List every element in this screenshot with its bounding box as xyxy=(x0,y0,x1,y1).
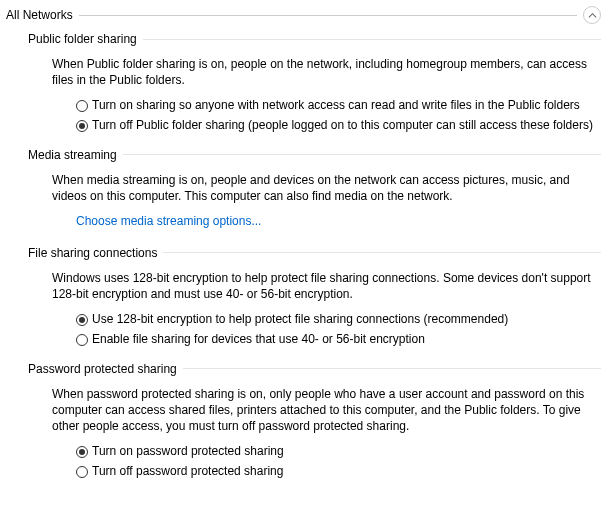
radio-icon xyxy=(76,334,88,346)
radio-label: Turn off password protected sharing xyxy=(92,464,283,480)
public-folder-sharing-options: Turn on sharing so anyone with network a… xyxy=(76,98,601,133)
encryption-40-56-radio[interactable]: Enable file sharing for devices that use… xyxy=(76,332,601,348)
divider xyxy=(143,39,601,40)
password-protected-header: Password protected sharing xyxy=(28,362,601,376)
public-folder-sharing-description: When Public folder sharing is on, people… xyxy=(52,56,601,88)
password-protected-options: Turn on password protected sharing Turn … xyxy=(76,444,601,479)
radio-label: Turn on sharing so anyone with network a… xyxy=(92,98,580,114)
public-folder-sharing-title: Public folder sharing xyxy=(28,32,137,46)
turn-off-password-sharing-radio[interactable]: Turn off password protected sharing xyxy=(76,464,601,480)
file-sharing-description: Windows uses 128-bit encryption to help … xyxy=(52,270,601,302)
turn-on-public-sharing-radio[interactable]: Turn on sharing so anyone with network a… xyxy=(76,98,601,114)
divider xyxy=(183,368,601,369)
file-sharing-header: File sharing connections xyxy=(28,246,601,260)
file-sharing-options: Use 128-bit encryption to help protect f… xyxy=(76,312,601,347)
all-networks-header[interactable]: All Networks xyxy=(6,6,601,24)
file-sharing-section: File sharing connections Windows uses 12… xyxy=(28,246,601,348)
turn-on-password-sharing-radio[interactable]: Turn on password protected sharing xyxy=(76,444,601,460)
media-streaming-title: Media streaming xyxy=(28,148,117,162)
radio-icon xyxy=(76,100,88,112)
file-sharing-title: File sharing connections xyxy=(28,246,157,260)
chevron-up-icon[interactable] xyxy=(583,6,601,24)
radio-icon xyxy=(76,120,88,132)
header-divider xyxy=(79,15,577,16)
media-streaming-header: Media streaming xyxy=(28,148,601,162)
password-protected-description: When password protected sharing is on, o… xyxy=(52,386,601,435)
media-streaming-section: Media streaming When media streaming is … xyxy=(28,148,601,232)
password-protected-title: Password protected sharing xyxy=(28,362,177,376)
divider xyxy=(163,252,601,253)
radio-label: Turn on password protected sharing xyxy=(92,444,284,460)
radio-label: Enable file sharing for devices that use… xyxy=(92,332,425,348)
encryption-128-radio[interactable]: Use 128-bit encryption to help protect f… xyxy=(76,312,601,328)
media-streaming-description: When media streaming is on, people and d… xyxy=(52,172,601,204)
radio-icon xyxy=(76,314,88,326)
divider xyxy=(123,154,601,155)
choose-media-streaming-link[interactable]: Choose media streaming options... xyxy=(76,214,261,228)
all-networks-title: All Networks xyxy=(6,8,73,22)
public-folder-sharing-header: Public folder sharing xyxy=(28,32,601,46)
radio-icon xyxy=(76,446,88,458)
turn-off-public-sharing-radio[interactable]: Turn off Public folder sharing (people l… xyxy=(76,118,601,134)
public-folder-sharing-section: Public folder sharing When Public folder… xyxy=(28,32,601,134)
radio-label: Turn off Public folder sharing (people l… xyxy=(92,118,593,134)
radio-label: Use 128-bit encryption to help protect f… xyxy=(92,312,508,328)
radio-icon xyxy=(76,466,88,478)
password-protected-section: Password protected sharing When password… xyxy=(28,362,601,480)
